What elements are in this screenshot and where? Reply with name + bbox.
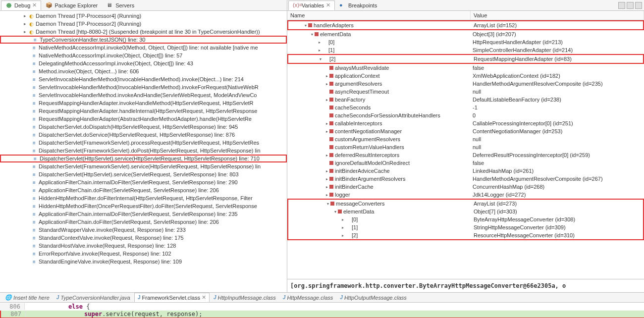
stack-frame[interactable]: ≡NativeMethodAccessorImpl.invoke(Object,… — [0, 52, 287, 59]
stack-frame[interactable]: ≡NativeMethodAccessorImpl.invoke0(Method… — [0, 44, 287, 52]
stack-frame[interactable]: ≡DispatcherServlet(FrameworkServlet).pro… — [0, 139, 287, 147]
variable-row[interactable]: asyncRequestTimeoutnull — [287, 88, 644, 96]
variable-row[interactable]: ▾messageConvertersArrayList (id=273) — [288, 200, 643, 208]
variable-row[interactable]: customArgumentResolversnull — [287, 135, 644, 143]
stack-frame[interactable]: ≡RequestMappingHandlerAdapter.handleInte… — [0, 107, 287, 115]
debug-stack-tree[interactable]: ▸◐Daemon Thread [TP-Processor4] (Running… — [0, 11, 287, 292]
thread-icon: ◐ — [28, 20, 35, 27]
stack-frame-icon: ≡ — [31, 250, 38, 257]
tab-package-explorer[interactable]: 📦 Package Explorer — [41, 0, 102, 10]
stack-frame-icon: ≡ — [31, 179, 38, 186]
stack-frame-icon: ≡ — [31, 92, 38, 99]
tab-breakpoints[interactable]: ● Breakpoints — [335, 0, 381, 10]
tab-debug[interactable]: Debug ✕ — [1, 0, 41, 10]
editor-tab[interactable]: JHttpMessage.class — [280, 294, 336, 302]
editor-panel: 🌐Insert title hereJTypeConversionHandler… — [0, 292, 644, 318]
stack-frame[interactable]: ≡DispatcherServlet(HttpServlet).service(… — [0, 155, 287, 162]
variable-row[interactable]: ▸[1]StringHttpMessageConverter (id=309) — [288, 223, 643, 231]
java-file-icon: J — [283, 295, 286, 300]
field-icon — [308, 23, 312, 27]
stack-frame[interactable]: ≡RequestMappingHandlerAdapter.invokeHand… — [0, 99, 287, 107]
stack-frame[interactable]: ≡StandardHostValve.invoke(Request, Respo… — [0, 242, 287, 250]
variable-row[interactable]: ▸applicationContextXmlWebApplicationCont… — [287, 72, 644, 80]
variables-tab-bar: (x)= Variables ✕ ● Breakpoints — [287, 0, 644, 11]
editor-tab[interactable]: JTypeConversionHandler.java — [54, 294, 133, 302]
stack-frame[interactable]: ≡DispatcherServlet.doService(HttpServlet… — [0, 131, 287, 139]
stack-frame[interactable]: ≡ServletInvocableHandlerMethod.invokeAnd… — [0, 91, 287, 99]
variable-row[interactable]: ▸initBinderArgumentResolversHandlerMetho… — [287, 175, 644, 183]
stack-frame[interactable]: ≡ServletInvocableHandlerMethod(Invocable… — [0, 83, 287, 91]
stack-frame[interactable]: ≡HiddenHttpMethodFilter(OncePerRequestFi… — [0, 202, 287, 210]
stack-frame[interactable]: ≡StandardWrapperValve.invoke(Request, Re… — [0, 226, 287, 234]
variable-row[interactable]: ▸[0]HttpRequestHandlerAdapter (id=213) — [287, 38, 644, 46]
stack-frame[interactable]: ≡DispatcherServlet(FrameworkServlet).ser… — [0, 162, 287, 170]
thread-row[interactable]: ▸◐Daemon Thread [TP-Processor4] (Running… — [0, 12, 287, 20]
variable-row[interactable]: ▸loggerJdk14Logger (id=272) — [287, 191, 644, 199]
breakpoint-icon: ● — [339, 2, 346, 9]
stack-frame[interactable]: ≡TypeConversionHandler.testJSON() line: … — [0, 36, 287, 44]
java-file-icon: J — [340, 295, 343, 300]
stack-frame[interactable]: ≡Method.invoke(Object, Object...) line: … — [0, 67, 287, 75]
stack-frame-icon: ≡ — [31, 242, 38, 249]
tab-pkg-label: Package Explorer — [54, 2, 98, 8]
close-icon[interactable]: ✕ — [32, 2, 37, 8]
variable-row[interactable]: ignoreDefaultModelOnRedirectfalse — [287, 159, 644, 167]
stack-frame[interactable]: ≡ApplicationFilterChain.doFilter(Servlet… — [0, 186, 287, 194]
stack-frame-icon: ≡ — [31, 195, 38, 202]
variable-row[interactable]: alwaysMustRevalidatefalse — [287, 64, 644, 72]
editor-tab[interactable]: JHttpInputMessage.class — [211, 294, 279, 302]
variable-row[interactable]: ▾[2]RequestMappingHandlerAdapter (id=83) — [288, 55, 643, 63]
editor-tab[interactable]: 🌐Insert title here — [2, 293, 53, 302]
field-icon — [329, 129, 333, 133]
tab-servers[interactable]: 🖥 Servers — [102, 0, 139, 10]
stack-frame[interactable]: ≡StandardContextValve.invoke(Request, Re… — [0, 234, 287, 242]
toolbar-btn-2[interactable] — [627, 2, 634, 9]
editor-body[interactable]: 806 else { 807 super.service(request, re… — [0, 303, 644, 318]
variable-row[interactable]: ▸deferredResultInterceptorsDeferredResul… — [287, 151, 644, 159]
tab-variables[interactable]: (x)= Variables ✕ — [288, 0, 335, 10]
variables-view: (x)= Variables ✕ ● Breakpoints Name Valu… — [287, 0, 644, 292]
stack-frame-icon: ≡ — [31, 76, 38, 83]
menu-icon[interactable] — [635, 2, 642, 9]
close-icon[interactable]: ✕ — [202, 294, 206, 301]
toolbar-btn-1[interactable] — [618, 2, 625, 9]
stack-frame[interactable]: ≡RequestMappingHandlerAdapter(AbstractHa… — [0, 115, 287, 123]
stack-frame[interactable]: ≡DelegatingMethodAccessorImpl.invoke(Obj… — [0, 59, 287, 67]
stack-frame[interactable]: ≡DispatcherServlet(FrameworkServlet).doP… — [0, 147, 287, 155]
variable-row[interactable]: ▸[2]ResourceHttpMessageConverter (id=310… — [288, 231, 643, 239]
variables-tree[interactable]: ▾handlerAdaptersArrayList (id=152)▾eleme… — [287, 20, 644, 279]
variable-row[interactable]: cacheSeconds-1 — [287, 104, 644, 111]
editor-tab[interactable]: JFrameworkServlet.class ✕ — [134, 293, 210, 302]
variable-row[interactable]: customReturnValueHandlersnull — [287, 143, 644, 151]
stack-frame[interactable]: ≡ApplicationFilterChain.doFilter(Servlet… — [0, 218, 287, 226]
variable-row[interactable]: ▾handlerAdaptersArrayList (id=152) — [288, 21, 643, 29]
stack-frame[interactable]: ≡ApplicationFilterChain.internalDoFilter… — [0, 210, 287, 218]
stack-frame[interactable]: ≡ApplicationFilterChain.internalDoFilter… — [0, 178, 287, 186]
variable-preview: [org.springframework.http.converter.Byte… — [287, 279, 644, 292]
variable-row[interactable]: ▸initBinderCacheConcurrentHashMap (id=26… — [287, 183, 644, 191]
column-name[interactable]: Name — [287, 11, 471, 20]
stack-frame-icon: ≡ — [31, 147, 38, 154]
variable-row[interactable]: ▾elementDataObject[7] (id=303) — [288, 208, 643, 215]
variable-row[interactable]: ▸[0]ByteArrayHttpMessageConverter (id=30… — [288, 215, 643, 223]
field-icon — [330, 202, 334, 206]
editor-tab[interactable]: JHttpOutputMessage.class — [337, 294, 410, 302]
variable-row[interactable]: ▸callableInterceptorsCallableProcessingI… — [287, 119, 644, 127]
variable-row[interactable]: ▸beanFactoryDefaultListableBeanFactory (… — [287, 96, 644, 104]
stack-frame[interactable]: ≡DispatcherServlet(HttpServlet).service(… — [0, 170, 287, 178]
stack-frame[interactable]: ≡HiddenHttpMethodFilter.doFilterInternal… — [0, 194, 287, 202]
thread-row[interactable]: ▸◐Daemon Thread [http-8080-2] (Suspended… — [0, 28, 287, 36]
close-icon[interactable]: ✕ — [326, 2, 330, 8]
variable-row[interactable]: ▸[1]SimpleControllerHandlerAdapter (id=2… — [287, 46, 644, 54]
stack-frame[interactable]: ≡DispatcherServlet.doDispatch(HttpServle… — [0, 123, 287, 131]
variable-row[interactable]: ▸initBinderAdviceCacheLinkedHashMap (id=… — [287, 167, 644, 175]
stack-frame[interactable]: ≡ServletInvocableHandlerMethod(Invocable… — [0, 75, 287, 83]
variable-row[interactable]: cacheSecondsForSessionAttributeHandlers0 — [287, 111, 644, 119]
thread-row[interactable]: ▸◐Daemon Thread [TP-Processor2] (Running… — [0, 20, 287, 28]
stack-frame[interactable]: ≡ErrorReportValve.invoke(Request, Respon… — [0, 250, 287, 258]
column-value[interactable]: Value — [471, 11, 644, 20]
variable-row[interactable]: ▾elementDataObject[3] (id=207) — [287, 30, 644, 38]
variable-row[interactable]: ▸argumentResolversHandlerMethodArgumentR… — [287, 80, 644, 88]
stack-frame[interactable]: ≡StandardEngineValve.invoke(Request, Res… — [0, 258, 287, 265]
variable-row[interactable]: ▸contentNegotiationManagerContentNegotia… — [287, 127, 644, 135]
